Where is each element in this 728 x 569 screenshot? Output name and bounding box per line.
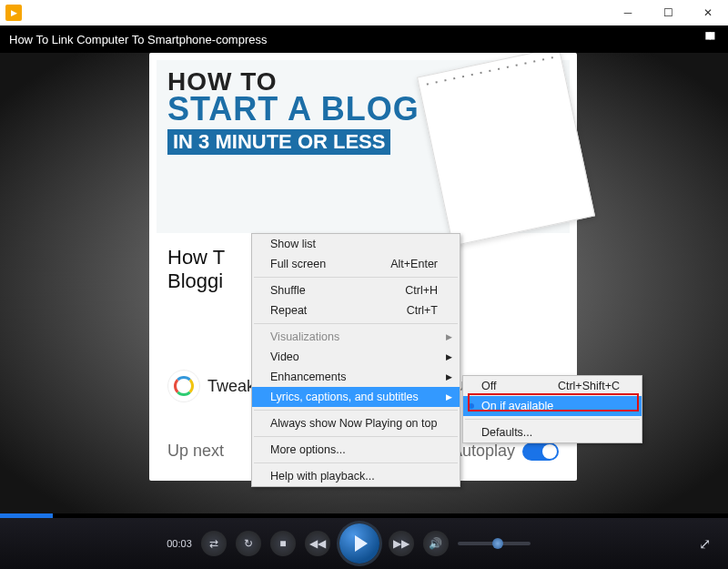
menu-item[interactable]: Video▶	[252, 347, 460, 367]
menu-item[interactable]: Lyrics, captions, and subtitles▶	[252, 387, 460, 407]
submenu-item[interactable]: Defaults...	[463, 422, 642, 442]
switch-view-icon[interactable]: ▝▘	[701, 32, 719, 46]
menu-item[interactable]: More options...	[252, 440, 460, 460]
repeat-button[interactable]: ↻	[236, 531, 261, 556]
video-text-banner: IN 3 MINUTE OR LESS	[167, 129, 390, 155]
menu-item[interactable]: RepeatCtrl+T	[252, 300, 460, 320]
menu-item[interactable]: Help with playback...	[252, 466, 460, 486]
menu-item[interactable]: Full screenAlt+Enter	[252, 254, 460, 274]
forward-button[interactable]: ▶▶	[389, 531, 414, 556]
submenu-item[interactable]: OffCtrl+Shift+C	[463, 376, 642, 396]
rewind-button[interactable]: ◀◀	[305, 531, 330, 556]
stop-button[interactable]: ■	[270, 531, 296, 556]
context-menu[interactable]: Show listFull screenAlt+EnterShuffleCtrl…	[251, 233, 460, 487]
lyrics-submenu[interactable]: OffCtrl+Shift+COn if availableDefaults..…	[462, 375, 642, 443]
volume-slider[interactable]	[458, 542, 531, 545]
now-playing-bar: How To Link Computer To Smartphone-compr…	[0, 25, 728, 53]
fullscreen-button[interactable]: ⤢	[693, 533, 715, 554]
menu-item[interactable]: Show list	[252, 234, 460, 254]
close-button[interactable]: ✕	[688, 0, 728, 25]
play-button[interactable]	[339, 523, 379, 564]
mute-button[interactable]: 🔊	[423, 531, 449, 556]
video-subtitle: How T Bloggi	[167, 246, 225, 293]
channel-avatar	[167, 370, 200, 402]
upnext-label: Up next	[167, 442, 224, 461]
minimize-button[interactable]: ️─	[608, 0, 648, 25]
menu-item[interactable]: ShuffleCtrl+H	[252, 280, 460, 300]
media-title: How To Link Computer To Smartphone-compr…	[9, 33, 267, 46]
maximize-button[interactable]: ☐	[648, 0, 688, 25]
time-elapsed: 00:03	[167, 538, 192, 549]
app-icon: ▶	[5, 5, 22, 21]
menu-item: Visualizations▶	[252, 327, 460, 347]
notepad-graphic	[417, 53, 595, 247]
video-stage: HOW TO START A BLOG IN 3 MINUTE OR LESS …	[0, 53, 728, 513]
player-controls: 00:03 ⇄ ↻ ■ ◀◀ ▶▶ 🔊 ⤢	[0, 518, 728, 569]
shuffle-button[interactable]: ⇄	[201, 531, 227, 556]
menu-item[interactable]: Always show Now Playing on top	[252, 413, 460, 433]
autoplay-toggle	[522, 442, 559, 461]
autoplay-label: Autoplay	[451, 442, 515, 461]
menu-item[interactable]: Enhancements▶	[252, 367, 460, 387]
submenu-item[interactable]: On if available	[463, 396, 642, 416]
titlebar: ▶ ️─ ☐ ✕	[0, 0, 728, 25]
